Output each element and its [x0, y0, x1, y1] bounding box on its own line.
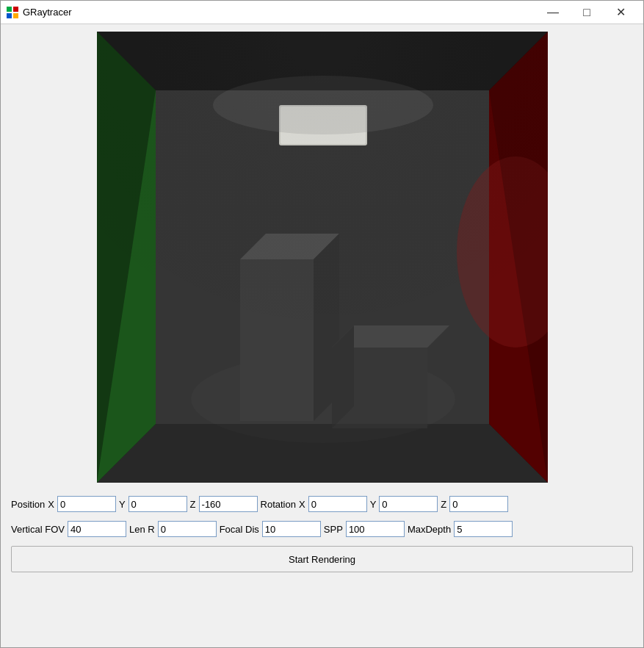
- close-button[interactable]: ✕: [604, 1, 637, 24]
- window-title: GRaytracer: [23, 7, 536, 18]
- lenr-input[interactable]: [158, 521, 217, 537]
- svg-rect-0: [7, 7, 12, 12]
- position-label: Position: [11, 499, 45, 510]
- controls-panel: Position X Y Z Rotation X Y Z Vertical F…: [8, 490, 636, 575]
- pos-z-label: Z: [190, 499, 196, 510]
- rot-y-input[interactable]: [379, 496, 438, 512]
- rot-y-label: Y: [370, 499, 377, 510]
- maxdepth-label: MaxDepth: [408, 524, 451, 535]
- maximize-button[interactable]: □: [570, 1, 604, 24]
- window-controls: — □ ✕: [536, 1, 637, 24]
- scene-svg: [97, 32, 548, 483]
- focal-input[interactable]: [262, 521, 321, 537]
- focal-label: Focal Dis: [220, 524, 259, 535]
- rot-x-label: X: [299, 499, 305, 510]
- lenr-label: Len R: [129, 524, 155, 535]
- maxdepth-input[interactable]: [454, 521, 513, 537]
- vfov-label: Vertical FOV: [11, 524, 65, 535]
- main-content: Position X Y Z Rotation X Y Z Vertical F…: [1, 24, 643, 647]
- pos-z-input[interactable]: [199, 496, 258, 512]
- svg-rect-2: [7, 13, 12, 18]
- svg-rect-24: [97, 32, 548, 483]
- spp-label: SPP: [324, 524, 343, 535]
- minimize-button[interactable]: —: [536, 1, 570, 24]
- vfov-input[interactable]: [68, 521, 126, 537]
- app-icon: [7, 7, 18, 18]
- pos-x-label: X: [48, 499, 54, 510]
- start-btn-wrapper: Start Rendering: [11, 546, 633, 572]
- svg-rect-1: [13, 7, 18, 12]
- svg-rect-3: [13, 13, 18, 18]
- rotation-label: Rotation: [261, 499, 296, 510]
- position-rotation-row: Position X Y Z Rotation X Y Z: [11, 496, 633, 512]
- rot-x-input[interactable]: [308, 496, 367, 512]
- render-canvas: [97, 32, 548, 483]
- main-window: GRaytracer — □ ✕: [0, 0, 644, 648]
- rot-z-input[interactable]: [449, 496, 508, 512]
- svg-marker-27: [97, 424, 548, 483]
- rot-z-label: Z: [441, 499, 446, 510]
- pos-y-label: Y: [119, 499, 126, 510]
- pos-y-input[interactable]: [129, 496, 187, 512]
- render-canvas-wrapper: [8, 32, 636, 483]
- svg-marker-28: [97, 32, 548, 90]
- pos-x-input[interactable]: [57, 496, 116, 512]
- titlebar: GRaytracer — □ ✕: [1, 1, 643, 24]
- spp-input[interactable]: [346, 521, 405, 537]
- start-rendering-button[interactable]: Start Rendering: [11, 546, 633, 572]
- fov-row: Vertical FOV Len R Focal Dis SPP MaxDept…: [11, 521, 633, 537]
